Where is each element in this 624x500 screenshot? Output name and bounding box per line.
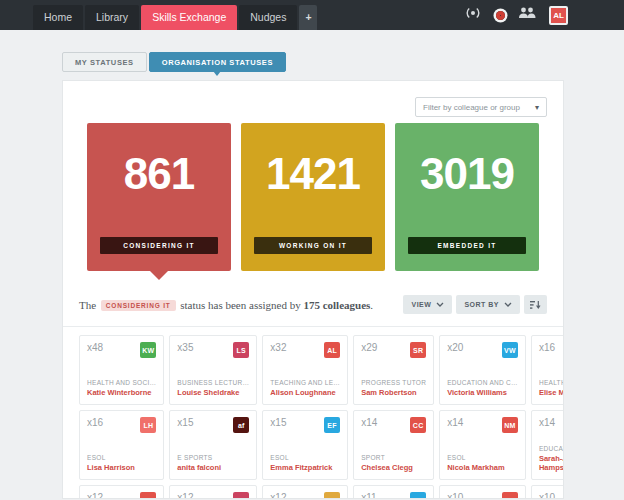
initials-badge: EF <box>324 417 340 433</box>
summary-card-considering[interactable]: 861 CONSIDERING IT <box>87 123 231 271</box>
department-label: HEALTH AND SOCI… <box>87 379 156 386</box>
summary-cards: 861 CONSIDERING IT 1421 WORKING ON IT 30… <box>87 123 539 271</box>
colleague-name[interactable]: Lisa Harrison <box>87 463 156 473</box>
status-count: x20 <box>447 342 463 353</box>
status-count: x14 <box>361 417 377 428</box>
colleague-name[interactable]: Victoria Williams <box>447 388 518 398</box>
section-divider <box>63 326 563 327</box>
sort-order-button[interactable] <box>524 295 547 314</box>
colleague-filter-select[interactable]: Filter by colleague or group ▾ <box>415 97 547 117</box>
nav-tab-home[interactable]: Home <box>33 5 83 30</box>
colleague-card[interactable]: x10AB <box>531 485 564 499</box>
colleague-name[interactable]: Nicola Markham <box>447 463 518 473</box>
colleague-card[interactable]: x11RB <box>353 485 434 499</box>
department-label: ESOL <box>447 454 518 461</box>
colleague-card[interactable]: x16LH ESOLLisa Harrison <box>79 410 164 480</box>
status-count: x16 <box>539 342 555 353</box>
colleague-card[interactable]: x12SO <box>262 485 348 499</box>
nav-tab-library[interactable]: Library <box>85 5 139 30</box>
colleague-count-bold: 175 colleagues <box>303 299 370 311</box>
filter-placeholder: Filter by colleague or group <box>423 103 520 112</box>
nav-tab-skills-exchange[interactable]: Skills Exchange <box>141 5 237 30</box>
colleague-card[interactable]: x12NC <box>169 485 257 499</box>
department-label: EDUCATION AND C… <box>447 379 518 386</box>
tab-organisation-statuses[interactable]: ORGANISATION STATUSES <box>149 52 286 72</box>
user-avatar[interactable]: AL <box>549 6 568 25</box>
summary-card-embedded[interactable]: 3019 EMBEDDED IT <box>395 123 539 271</box>
people-icon[interactable] <box>517 6 537 24</box>
chevron-down-icon <box>436 302 444 307</box>
view-button[interactable]: VIEW <box>403 295 452 314</box>
selected-card-pointer <box>150 271 168 280</box>
colleague-name[interactable]: anita falconi <box>177 463 249 473</box>
sort-amount-icon <box>530 300 541 310</box>
initials-badge: VW <box>502 342 518 358</box>
status-count: x14 <box>539 417 555 428</box>
embedded-count: 3019 <box>395 149 539 199</box>
colleague-name[interactable]: Sarah-Jayne Hampson <box>539 454 564 474</box>
tab-my-statuses[interactable]: MY STATUSES <box>62 52 147 72</box>
colleague-grid: x48KW HEALTH AND SOCI…Katie Winterborne … <box>79 335 547 499</box>
status-count: x16 <box>87 417 103 428</box>
colleague-name[interactable]: Alison Loughnane <box>270 388 340 398</box>
assignment-sentence: The CONSIDERING IT status has been assig… <box>79 299 373 311</box>
initials-badge: CC <box>410 417 426 433</box>
status-count: x10 <box>447 492 463 499</box>
initials-badge: AD <box>502 492 518 499</box>
status-count: x12 <box>270 492 286 499</box>
lifering-logo-icon[interactable] <box>496 11 505 20</box>
colleague-card[interactable]: x14SH EDUCATION AND C…Sarah-Jayne Hampso… <box>531 410 564 480</box>
initials-badge: NC <box>233 492 249 499</box>
view-button-label: VIEW <box>411 301 431 308</box>
colleague-name[interactable]: Louise Sheldrake <box>177 388 249 398</box>
colleague-card[interactable]: x15af E SPORTSanita falconi <box>169 410 257 480</box>
initials-badge: NM <box>502 417 518 433</box>
initials-badge: JS <box>140 492 156 499</box>
status-count: x10 <box>539 492 555 499</box>
colleague-card[interactable]: x10AD <box>439 485 526 499</box>
initials-badge: af <box>233 417 249 433</box>
colleague-card[interactable]: x29SR PROGRESS TUTORSam Robertson <box>353 335 434 405</box>
colleague-card[interactable]: x20VW EDUCATION AND C…Victoria Williams <box>439 335 526 405</box>
initials-badge: AL <box>324 342 340 358</box>
colleague-name[interactable]: Elise Mitchell <box>539 388 564 398</box>
add-tab-button[interactable]: + <box>299 5 317 30</box>
status-count: x32 <box>270 342 286 353</box>
sort-by-button-label: SORT BY <box>464 301 499 308</box>
department-label: SPORT <box>361 454 426 461</box>
broadcast-icon[interactable] <box>462 6 484 24</box>
navbar-icons: AL <box>462 0 568 30</box>
status-count: x11 <box>361 492 376 499</box>
nav-tab-nudges[interactable]: Nudges <box>239 5 297 30</box>
colleague-card[interactable]: x12JS <box>79 485 164 499</box>
considering-label: CONSIDERING IT <box>100 237 218 254</box>
status-count: x15 <box>270 417 286 428</box>
colleague-name[interactable]: Emma Fitzpatrick <box>270 463 340 473</box>
department-label: HEALTH AND SOCI… <box>539 379 564 386</box>
colleague-name[interactable]: Katie Winterborne <box>87 388 156 398</box>
colleague-card[interactable]: x48KW HEALTH AND SOCI…Katie Winterborne <box>79 335 164 405</box>
colleague-card[interactable]: x32AL TEACHING AND LE…Alison Loughnane <box>262 335 348 405</box>
colleague-card[interactable]: x15EF ESOLEmma Fitzpatrick <box>262 410 348 480</box>
colleague-card[interactable]: x14CC SPORTChelsea Clegg <box>353 410 434 480</box>
active-tab-pointer <box>213 71 221 76</box>
considering-count: 861 <box>87 149 231 199</box>
status-count: x15 <box>177 417 193 428</box>
department-label: ESOL <box>270 454 340 461</box>
colleague-name[interactable]: Sam Robertson <box>361 388 426 398</box>
colleague-card[interactable]: x16EM HEALTH AND SOCI…Elise Mitchell <box>531 335 564 405</box>
summary-card-working[interactable]: 1421 WORKING ON IT <box>241 123 385 271</box>
colleague-name[interactable]: Chelsea Clegg <box>361 463 426 473</box>
department-label: ESOL <box>87 454 156 461</box>
colleague-card[interactable]: x14NM ESOLNicola Markham <box>439 410 526 480</box>
colleague-card[interactable]: x35LS BUSINESS LECTUR…Louise Sheldrake <box>169 335 257 405</box>
sort-by-button[interactable]: SORT BY <box>456 295 520 314</box>
status-count: x14 <box>447 417 463 428</box>
status-tabs: MY STATUSES ORGANISATION STATUSES <box>62 52 564 72</box>
chevron-down-icon <box>504 302 512 307</box>
initials-badge: RB <box>410 492 426 499</box>
status-count: x48 <box>87 342 103 353</box>
department-label: TEACHING AND LE… <box>270 379 340 386</box>
initials-badge: LS <box>233 342 249 358</box>
working-count: 1421 <box>241 149 385 199</box>
